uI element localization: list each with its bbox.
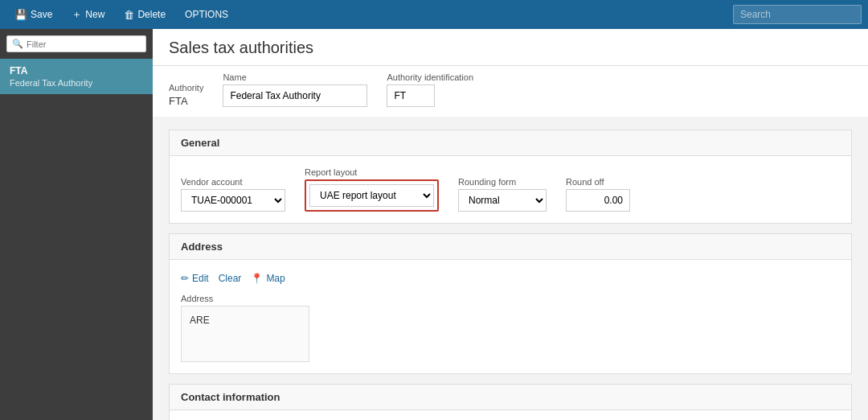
contact-section: Contact information Telephone Mobile pho… [169,384,852,420]
filter-icon: 🔍 [12,39,23,49]
edit-address-button[interactable]: ✏ Edit [181,271,209,286]
name-field: Name [223,72,367,107]
sidebar-item-subtitle: Federal Tax Authority [10,78,143,88]
plus-icon: ＋ [72,7,82,22]
main-layout: 🔍 FTA Federal Tax Authority Sales tax au… [0,29,868,420]
sidebar-item-fta[interactable]: FTA Federal Tax Authority [0,59,153,94]
toolbar: 💾 Save ＋ New 🗑 Delete OPTIONS [0,0,868,29]
rounding-form-label: Rounding form [458,177,547,187]
report-layout-label: Report layout [305,167,439,177]
report-layout-highlight: UAE report layout Default layout [305,179,439,212]
global-search-input[interactable] [733,5,862,24]
address-section-header: Address [170,234,851,260]
sidebar-filter-container: 🔍 [6,35,146,52]
map-icon: 📍 [251,273,263,284]
delete-button[interactable]: 🗑 Delete [116,3,174,26]
content-area: General Vendor account TUAE-000001 Repor… [153,117,868,420]
new-button[interactable]: ＋ New [63,3,113,26]
map-address-button[interactable]: 📍 Map [251,271,285,286]
sidebar: 🔍 FTA Federal Tax Authority [0,29,153,420]
authority-id-input[interactable] [387,84,435,107]
sidebar-item-title: FTA [10,65,143,76]
authority-id-field: Authority identification [387,72,473,107]
record-header: Authority FTA Name Authority identificat… [153,66,868,117]
rounding-form-field: Rounding form Normal Up Down [458,177,547,212]
name-input[interactable] [223,84,367,107]
authority-label: Authority [169,83,203,93]
general-section: General Vendor account TUAE-000001 Repor… [169,130,852,224]
edit-icon: ✏ [181,273,189,284]
report-layout-field: Report layout UAE report layout Default … [305,167,439,212]
round-off-field: Round off [566,177,630,212]
page-header: Sales tax authorities [153,29,868,66]
address-section: Address ✏ Edit Clear 📍 Map [169,233,852,374]
general-fields-row: Vendor account TUAE-000001 Report layout… [181,167,840,212]
clear-address-button[interactable]: Clear [219,271,242,286]
save-button[interactable]: 💾 Save [6,3,60,26]
round-off-input[interactable] [566,189,630,212]
rounding-form-select[interactable]: Normal Up Down [458,189,547,212]
sidebar-filter-input[interactable] [27,39,141,49]
general-section-body: Vendor account TUAE-000001 Report layout… [170,156,851,223]
authority-field: Authority FTA [169,83,203,107]
contact-section-body: Telephone Mobile phone Fax SMS [170,410,851,420]
page-title: Sales tax authorities [169,39,852,57]
address-actions: ✏ Edit Clear 📍 Map [181,271,840,286]
address-box: ARE [181,306,309,362]
authority-id-label: Authority identification [387,72,473,82]
save-icon: 💾 [14,9,27,21]
general-section-header: General [170,130,851,156]
vendor-account-label: Vendor account [181,177,285,187]
vendor-account-field: Vendor account TUAE-000001 [181,177,285,212]
delete-icon: 🗑 [124,9,134,21]
address-section-body: ✏ Edit Clear 📍 Map Address [170,260,851,373]
report-layout-select[interactable]: UAE report layout Default layout [309,184,434,207]
authority-value: FTA [169,95,203,107]
options-button[interactable]: OPTIONS [177,3,236,26]
contact-section-header: Contact information [170,385,851,410]
address-display-field: Address ARE [181,294,840,362]
name-label: Name [223,72,367,82]
address-label: Address [181,294,840,303]
vendor-account-select[interactable]: TUAE-000001 [181,189,285,212]
main-content: Sales tax authorities Authority FTA Name… [153,29,868,420]
round-off-label: Round off [566,177,630,187]
